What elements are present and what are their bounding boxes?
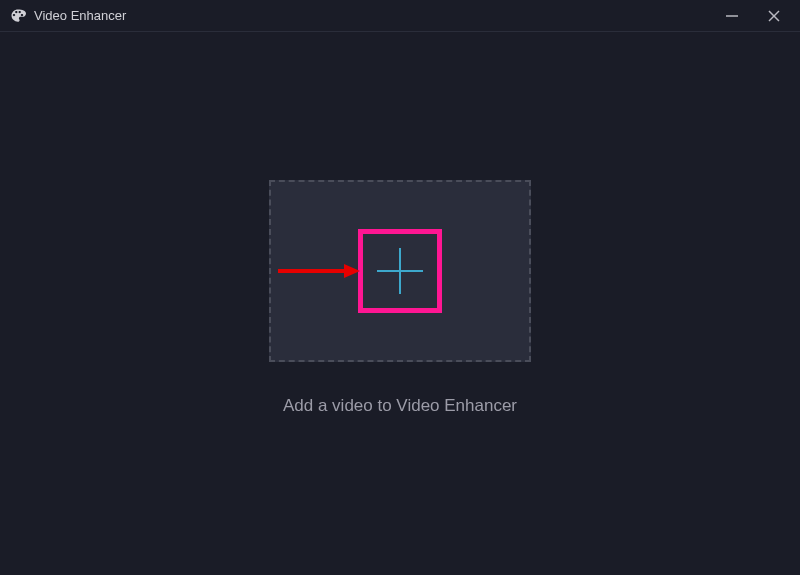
main-area: Add a video to Video Enhancer (0, 32, 800, 575)
minimize-icon (724, 8, 740, 24)
add-video-dropzone[interactable] (269, 180, 531, 362)
app-title: Video Enhancer (34, 8, 126, 23)
window-controls (722, 6, 790, 26)
instruction-text: Add a video to Video Enhancer (0, 396, 800, 416)
titlebar: Video Enhancer (0, 0, 800, 32)
plus-icon (375, 246, 425, 296)
palette-icon (10, 8, 26, 24)
close-button[interactable] (764, 6, 784, 26)
close-icon (766, 8, 782, 24)
titlebar-left: Video Enhancer (10, 8, 126, 24)
minimize-button[interactable] (722, 6, 742, 26)
